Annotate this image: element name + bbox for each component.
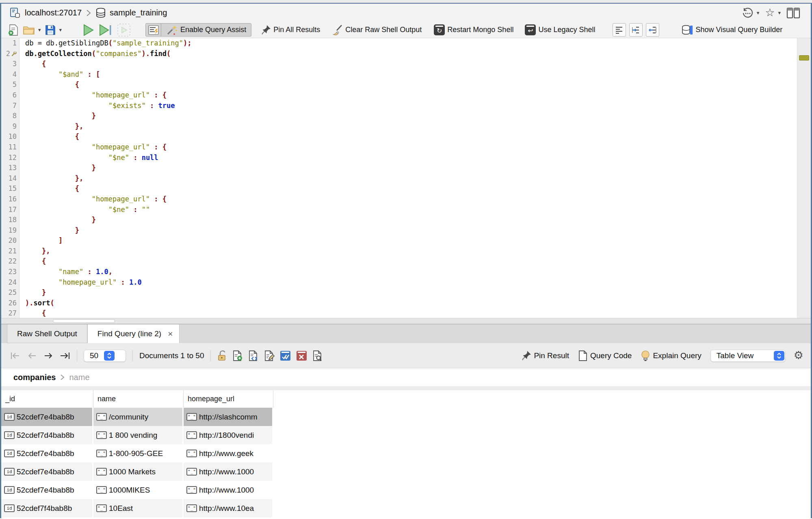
table-row[interactable]: id52cdef7f4bab8b"_"10East"_"http://www.1… — [1, 499, 811, 517]
open-script-button[interactable]: ▾ — [23, 24, 41, 36]
history-button[interactable]: ▾ — [741, 7, 760, 19]
pin-all-results-button[interactable]: Pin All Results — [261, 25, 320, 35]
column-header-homepage-url[interactable]: homepage_url — [184, 390, 273, 408]
table-cell[interactable]: id52cdef7e4bab8b — [1, 444, 93, 463]
next-page-button[interactable] — [43, 352, 53, 360]
code-line[interactable]: 12 "$ne" : null — [1, 153, 797, 163]
table-cell[interactable]: "_"http://www.10ea — [184, 499, 273, 517]
code-line[interactable]: 11 "homepage_url" : { — [1, 142, 797, 153]
column-header-id[interactable]: _id — [1, 390, 93, 408]
document-json-button[interactable] — [248, 350, 259, 361]
table-cell[interactable]: id52cdef7e4bab8b — [1, 408, 93, 426]
code-line[interactable]: 21 }, — [1, 246, 797, 257]
unlock-icon[interactable] — [217, 350, 227, 361]
indent-button[interactable] — [629, 23, 643, 37]
code-line[interactable]: 5 { — [1, 80, 797, 90]
delete-document-button[interactable] — [296, 350, 307, 361]
settings-gear-icon[interactable]: ⚙ — [794, 350, 803, 361]
table-row[interactable]: id52cdef7e4bab8b"_"/community"_"http://s… — [1, 408, 811, 426]
code-line[interactable]: 10 { — [1, 132, 797, 142]
add-document-button[interactable] — [232, 350, 243, 361]
table-row[interactable]: id52cdef7e4bab8b"_"1000MIKES"_"http://ww… — [1, 481, 811, 499]
code-line[interactable]: 2db.getCollection("companies").find( — [1, 49, 797, 59]
editor-horizontal-scrollbar[interactable] — [1, 318, 811, 324]
table-row[interactable]: id52cdef7d4bab8b"_"1 800 vending"_"http:… — [1, 426, 811, 444]
column-header-name[interactable]: name — [93, 390, 184, 408]
table-cell[interactable]: "_"http://www.1000 — [184, 481, 273, 499]
query-code-button[interactable]: Query Code — [578, 350, 637, 361]
clear-raw-shell-output-button[interactable]: Clear Raw Shell Output — [332, 24, 422, 36]
code-lines[interactable]: 1db = db.getSiblingDB("sample_training")… — [1, 38, 797, 318]
table-cell[interactable]: "_"1000MIKES — [93, 481, 184, 499]
save-script-button[interactable]: ▾ — [45, 24, 62, 36]
query-editor[interactable]: 1db = db.getSiblingDB("sample_training")… — [1, 38, 811, 324]
code-line[interactable]: 27 { — [1, 308, 797, 318]
run-selection-button[interactable] — [117, 23, 131, 37]
use-legacy-shell-button[interactable]: ↩ Use Legacy Shell — [525, 24, 595, 35]
code-line[interactable]: 24 "homepage_url" : 1.0 — [1, 277, 797, 288]
code-line[interactable]: 22 { — [1, 256, 797, 267]
code-line[interactable]: 20 ] — [1, 236, 797, 246]
previous-page-button[interactable] — [27, 352, 37, 360]
table-cell[interactable]: "_"http://slashcomm — [184, 408, 273, 426]
page-size-select[interactable]: 50 — [84, 350, 126, 362]
tab-raw-shell-output[interactable]: Raw Shell Output — [7, 324, 87, 343]
table-cell[interactable]: id52cdef7d4bab8b — [1, 426, 93, 444]
code-line[interactable]: 13 } — [1, 163, 797, 173]
connection-name[interactable]: localhost:27017 — [25, 8, 82, 17]
query-assist-panel-toggle[interactable] — [146, 24, 161, 36]
code-line[interactable]: 14 }, — [1, 173, 797, 184]
table-cell[interactable]: "_"/community — [93, 408, 184, 426]
annotation-marker[interactable] — [799, 55, 809, 61]
database-name[interactable]: sample_training — [110, 8, 167, 17]
view-mode-select[interactable]: Table View — [710, 350, 786, 362]
code-line[interactable]: 15 { — [1, 184, 797, 194]
run-to-cursor-button[interactable] — [99, 24, 113, 37]
field-name[interactable]: name — [69, 373, 89, 382]
code-line[interactable]: 6 "homepage_url" : { — [1, 90, 797, 101]
table-cell[interactable]: "_"10East — [93, 499, 184, 517]
close-tab-icon[interactable]: × — [168, 329, 173, 339]
first-page-button[interactable] — [10, 352, 21, 360]
show-visual-query-builder-button[interactable]: Show Visual Query Builder — [681, 24, 783, 36]
code-line[interactable]: 9 }, — [1, 121, 797, 132]
collection-name[interactable]: companies — [13, 373, 56, 382]
new-script-button[interactable] — [8, 24, 19, 36]
code-line[interactable]: 16 "homepage_url" : { — [1, 194, 797, 205]
code-line[interactable]: 7 "$exists" : true — [1, 101, 797, 111]
table-cell[interactable]: id52cdef7e4bab8b — [1, 481, 93, 499]
scrollbar-thumb[interactable] — [53, 319, 115, 323]
code-line[interactable]: 25 } — [1, 288, 797, 298]
multi-checkbox-button[interactable] — [280, 350, 291, 361]
explain-query-button[interactable]: Explain Query — [641, 350, 706, 361]
code-line[interactable]: 3 { — [1, 59, 797, 69]
table-cell[interactable]: "_"http://www.1000 — [184, 463, 273, 481]
table-cell[interactable]: id52cdef7f4bab8b — [1, 499, 93, 517]
annotation-ruler[interactable] — [797, 38, 811, 318]
pin-result-button[interactable]: Pin Result — [522, 350, 574, 361]
code-line[interactable]: 8 } — [1, 111, 797, 121]
code-line[interactable]: 23 "name" : 1.0, — [1, 267, 797, 277]
favorites-button[interactable]: ☆ ▾ — [765, 7, 781, 18]
code-line[interactable]: 1db = db.getSiblingDB("sample_training")… — [1, 38, 797, 49]
table-cell[interactable]: "_"1-800-905-GEE — [93, 444, 184, 463]
edit-document-button[interactable] — [264, 350, 275, 361]
code-line[interactable]: 18 } — [1, 215, 797, 225]
table-cell[interactable]: id52cdef7e4bab8b — [1, 463, 93, 481]
split-view-button[interactable] — [786, 7, 800, 19]
restart-mongo-shell-button[interactable]: ↻ Restart Mongo Shell — [434, 24, 513, 35]
table-row[interactable]: id52cdef7e4bab8b"_"1-800-905-GEE"_"http:… — [1, 444, 811, 463]
format-code-button[interactable] — [613, 23, 626, 37]
code-line[interactable]: 4 "$and" : [ — [1, 69, 797, 80]
run-script-button[interactable] — [82, 24, 94, 37]
table-cell[interactable]: "_"http://www.geek — [184, 444, 273, 463]
table-cell[interactable]: "_"http://1800vendi — [184, 426, 273, 444]
last-page-button[interactable] — [60, 352, 70, 360]
code-line[interactable]: 19 } — [1, 225, 797, 236]
enable-query-assist-button[interactable]: Enable Query Assist — [161, 24, 251, 36]
tab-find-query[interactable]: Find Query (line 2) × — [87, 324, 180, 343]
view-document-button[interactable] — [312, 350, 323, 361]
table-cell[interactable]: "_"1000 Markets — [93, 463, 184, 481]
table-row[interactable]: id52cdef7e4bab8b"_"1000 Markets"_"http:/… — [1, 463, 811, 481]
table-cell[interactable]: "_"1 800 vending — [93, 426, 184, 444]
